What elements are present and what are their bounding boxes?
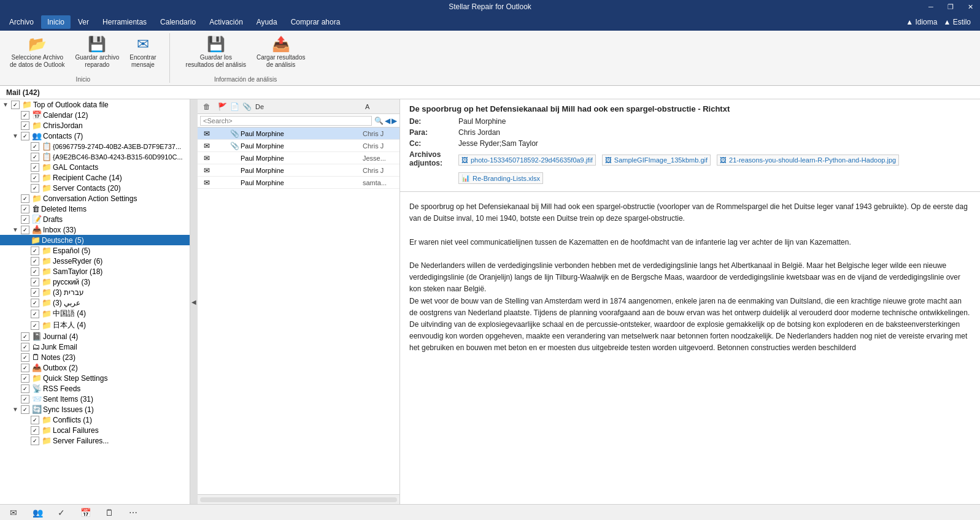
menu-archivo[interactable]: Archivo xyxy=(3,15,40,29)
check-sync[interactable]: ✓ xyxy=(21,405,29,414)
guardar-analisis-button[interactable]: 💾 Guardar losresultados del análisis xyxy=(182,33,250,71)
menu-ayuda[interactable]: Ayuda xyxy=(250,15,284,29)
sidebar-item-quickstep[interactable]: ✓ 📁 Quick Step Settings xyxy=(0,373,190,383)
check-japanese[interactable]: ✓ xyxy=(31,321,39,330)
check-deleted[interactable]: ✓ xyxy=(21,205,29,213)
menu-inicio[interactable]: Inicio xyxy=(41,15,71,29)
menu-comprar[interactable]: Comprar ahora xyxy=(285,15,347,29)
menu-herramientas[interactable]: Herramientas xyxy=(96,15,153,29)
check-server-contacts[interactable]: ✓ xyxy=(31,184,39,193)
contacts-view-button[interactable]: 👥 xyxy=(30,505,45,520)
message-list-scrollbar[interactable] xyxy=(198,494,399,504)
minimize-button[interactable]: ─ xyxy=(921,0,941,13)
check-server-failures[interactable]: ✓ xyxy=(31,437,39,445)
search-icon[interactable]: 🔍 xyxy=(374,117,384,125)
message-row[interactable]: ✉ Paul Morphine samta... xyxy=(198,177,399,189)
sidebar-item-server-failures[interactable]: ✓ 📁 Server Failures... xyxy=(0,435,190,446)
menu-calendario[interactable]: Calendario xyxy=(154,15,202,29)
sidebar-item-top[interactable]: ▼ ✓ 📁 Top of Outlook data file xyxy=(0,99,190,110)
message-search-bar[interactable]: 🔍 ◀ ▶ xyxy=(198,114,399,128)
guardar-archivo-button[interactable]: 💾 Guardar archivoreparado xyxy=(72,33,123,71)
check-outbox[interactable]: ✓ xyxy=(21,364,29,372)
check-contacts[interactable]: ✓ xyxy=(21,132,29,140)
close-button[interactable]: ✕ xyxy=(960,0,980,13)
sidebar-item-deleted[interactable]: ✓ 🗑 Deleted Items xyxy=(0,204,190,214)
sidebar-item-samtaylor[interactable]: ✓ 📁 SamTaylor (18) xyxy=(0,266,190,277)
message-row[interactable]: ✉ Paul Morphine Jesse... xyxy=(198,152,399,164)
sidebar-collapse-button[interactable]: ◀ xyxy=(190,99,198,504)
check-inbox[interactable]: ✓ xyxy=(21,226,29,234)
attachment-item[interactable]: 🖼 21-reasons-you-should-learn-R-Python-a… xyxy=(717,155,899,166)
mail-view-button[interactable]: ✉ xyxy=(6,505,21,520)
check-junk[interactable]: ✓ xyxy=(21,343,29,351)
sidebar-item-hebrew[interactable]: ✓ 📁 עברית (3) xyxy=(0,287,190,297)
sidebar-item-contact2[interactable]: ✓ 📋 {A9E2BC46-B3A0-4243-B315-60D9910C... xyxy=(0,151,190,162)
check-russian[interactable]: ✓ xyxy=(31,278,39,286)
calendar-view-button[interactable]: 📅 xyxy=(78,505,93,520)
seleccionar-archivo-button[interactable]: 📂 Seleccione Archivode datos de Outlook xyxy=(6,33,69,71)
sidebar-item-recipient-cache[interactable]: ✓ 📁 Recipient Cache (14) xyxy=(0,172,190,183)
toggle-inbox[interactable]: ▼ xyxy=(12,226,20,233)
check-recipient[interactable]: ✓ xyxy=(31,174,39,182)
sidebar-item-server-contacts[interactable]: ✓ 📁 Server Contacts (20) xyxy=(0,183,190,193)
sidebar-item-notes[interactable]: ✓ 🗒 Notes (23) xyxy=(0,352,190,362)
sidebar-item-outbox[interactable]: ✓ 📤 Outbox (2) xyxy=(0,362,190,373)
check-hebrew[interactable]: ✓ xyxy=(31,288,39,297)
sidebar-item-rssfeeds[interactable]: ✓ 📡 RSS Feeds xyxy=(0,383,190,394)
sidebar-item-chrisjordan[interactable]: ✓ 📁 ChrisJordan xyxy=(0,120,190,131)
more-button[interactable]: ⋯ xyxy=(126,505,141,520)
cargar-analisis-button[interactable]: 📤 Cargar resultadosde análisis xyxy=(253,33,309,71)
check-samtaylor[interactable]: ✓ xyxy=(31,267,39,276)
search-input[interactable] xyxy=(200,116,372,126)
check-notes[interactable]: ✓ xyxy=(21,353,29,362)
check-contact1[interactable]: ✓ xyxy=(31,142,39,151)
attachment-item[interactable]: 🖼 SampleGIFImage_135kbmb.gif xyxy=(602,155,711,166)
notes-view-button[interactable]: 🗒 xyxy=(102,505,117,520)
sidebar-item-junk[interactable]: ✓ 🗂 Junk Email xyxy=(0,342,190,352)
message-row[interactable]: ✉ Paul Morphine Chris J xyxy=(198,164,399,177)
toggle-contacts[interactable]: ▼ xyxy=(12,132,20,139)
sidebar-item-gal-contacts[interactable]: ✓ 📁 GAL Contacts xyxy=(0,162,190,172)
sidebar-item-sync[interactable]: ▼ ✓ 🔄 Sync Issues (1) xyxy=(0,404,190,415)
menu-ver[interactable]: Ver xyxy=(72,15,95,29)
estilo-button[interactable]: ▲ Estilo xyxy=(943,18,971,26)
sidebar-item-journal[interactable]: ✓ 📓 Journal (4) xyxy=(0,331,190,342)
check-conv[interactable]: ✓ xyxy=(21,194,29,203)
attachment-item[interactable]: 🖼 photo-1533450718592-29d45635f0a9.jfif xyxy=(458,155,596,166)
attachment-item[interactable]: 📊 Re-Branding-Lists.xlsx xyxy=(458,172,543,184)
check-calendar[interactable]: ✓ xyxy=(21,111,29,120)
sidebar-item-japanese[interactable]: ✓ 📁 日本人 (4) xyxy=(0,319,190,331)
sidebar-item-sent[interactable]: ✓ 📨 Sent Items (31) xyxy=(0,394,190,404)
sidebar-item-chinese[interactable]: ✓ 📁 中国語 (4) xyxy=(0,308,190,319)
sidebar-item-deutsche[interactable]: 📁 Deutsche (5) xyxy=(0,235,190,245)
toggle-sync[interactable]: ▼ xyxy=(12,406,20,413)
check-contact2[interactable]: ✓ xyxy=(31,153,39,161)
check-rss[interactable]: ✓ xyxy=(21,384,29,393)
sidebar-item-conflicts[interactable]: ✓ 📁 Conflicts (1) xyxy=(0,415,190,425)
check-gal[interactable]: ✓ xyxy=(31,163,39,172)
check-journal[interactable]: ✓ xyxy=(21,332,29,341)
sidebar-item-local-failures[interactable]: ✓ 📁 Local Failures xyxy=(0,425,190,435)
sidebar-item-contact1[interactable]: ✓ 📋 {06967759-274D-40B2-A3EB-D7F9E737... xyxy=(0,141,190,151)
sidebar-item-calendar[interactable]: ✓ 📅 Calendar (12) xyxy=(0,110,190,120)
check-chinese[interactable]: ✓ xyxy=(31,310,39,318)
tasks-view-button[interactable]: ✓ xyxy=(54,505,69,520)
check-local-failures[interactable]: ✓ xyxy=(31,426,39,435)
check-sent[interactable]: ✓ xyxy=(21,395,29,403)
check-jesseryder[interactable]: ✓ xyxy=(31,257,39,266)
nav-next-icon[interactable]: ▶ xyxy=(392,117,397,125)
sidebar-item-arabic[interactable]: ✓ 📁 عربي (3) xyxy=(0,297,190,308)
nav-prev-icon[interactable]: ◀ xyxy=(385,117,390,125)
check-chrisjordan[interactable]: ✓ xyxy=(21,121,29,130)
to-col-header[interactable]: A xyxy=(363,103,399,110)
message-row[interactable]: ✉ 📎 Paul Morphine Chris J xyxy=(198,128,399,140)
sidebar[interactable]: ▼ ✓ 📁 Top of Outlook data file ✓ 📅 Calen… xyxy=(0,99,190,504)
sidebar-item-inbox[interactable]: ▼ ✓ 📥 Inbox (33) xyxy=(0,224,190,235)
check-espanol[interactable]: ✓ xyxy=(31,247,39,255)
idioma-button[interactable]: ▲ Idioma xyxy=(906,18,937,26)
menu-activacion[interactable]: Activación xyxy=(203,15,249,29)
check-conflicts[interactable]: ✓ xyxy=(31,416,39,424)
check-top[interactable]: ✓ xyxy=(11,101,20,109)
sidebar-item-jesseryder[interactable]: ✓ 📁 JesseRyder (6) xyxy=(0,256,190,266)
message-row[interactable]: ✉ 📎 Paul Morphine Chris J xyxy=(198,140,399,152)
